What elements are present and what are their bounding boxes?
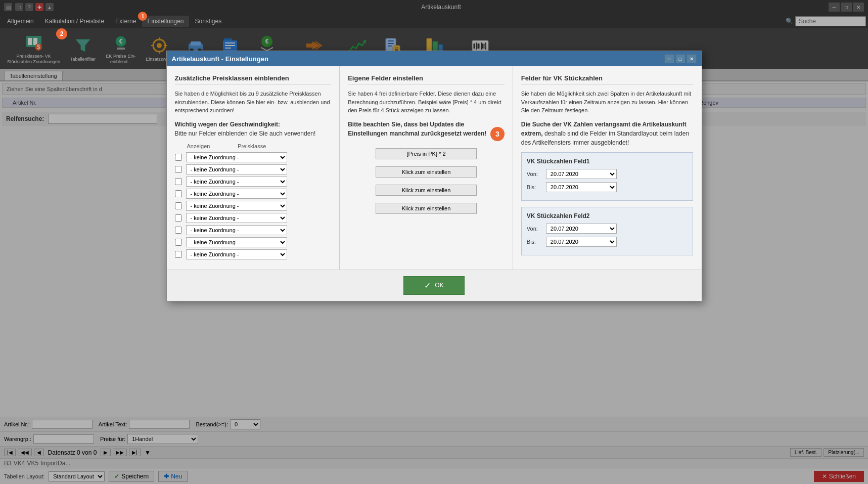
price-checkbox-6[interactable] <box>175 227 182 234</box>
price-row-8: - keine Zuordnung - <box>175 249 332 259</box>
section-text-vk-1: Sie haben die Möglichkeit sich zwei Spal… <box>521 90 694 115</box>
price-row-5: - keine Zuordnung - <box>175 213 332 223</box>
field-btn-1[interactable]: Klick zum einstellen <box>376 166 477 178</box>
price-row-7: - keine Zuordnung - <box>175 237 332 247</box>
vk-feld1-von-row: Von: 20.07.2020 <box>527 169 688 179</box>
price-select-3[interactable]: - keine Zuordnung - <box>186 189 287 199</box>
modal-section-preisklassen: Zusätzliche Preisklassen einblenden Sie … <box>167 66 340 270</box>
price-checkbox-7[interactable] <box>175 239 182 246</box>
vk-feld1-bis-select[interactable]: 20.07.2020 <box>546 182 617 192</box>
vk-feld2-bis-row: Bis: 20.07.2020 <box>527 237 688 247</box>
price-select-8[interactable]: - keine Zuordnung - <box>186 249 287 259</box>
vk-feld1-bis-row: Bis: 20.07.2020 <box>527 182 688 192</box>
badge-3: 3 <box>490 127 505 141</box>
price-checkbox-8[interactable] <box>175 251 182 258</box>
section-text-eigene-2: Bitte beachten Sie, dass bei Updates die… <box>348 120 505 138</box>
price-row-6: - keine Zuordnung - <box>175 225 332 235</box>
settings-modal: Artikelauskunft - Einstellungen ─ □ ✕ Zu… <box>166 51 702 301</box>
vk-feld2-bis-select[interactable]: 20.07.2020 <box>546 237 617 247</box>
price-checkbox-2[interactable] <box>175 178 182 185</box>
header-anzeigen: Anzeigen <box>187 143 234 149</box>
modal-section-vk-stueck: Felder für VK Stückzahlen Sie haben die … <box>513 66 702 270</box>
section-title-preisklassen: Zusätzliche Preisklassen einblenden <box>175 74 332 84</box>
field-btn-3[interactable]: Klick zum einstellen <box>376 203 477 214</box>
ok-label: OK <box>435 282 443 289</box>
field-btn-0[interactable]: [Preis in PK] * 2 <box>376 148 477 159</box>
section-title-eigene-felder: Eigene Felder einstellen <box>348 74 505 84</box>
section-text-vk-2: Die Suche der VK Zahlen verlangsamt die … <box>521 120 694 147</box>
price-class-headers: Anzeigen Preisklasse <box>175 143 332 149</box>
section-title-vk: Felder für VK Stückzahlen <box>521 74 694 84</box>
modal-close[interactable]: ✕ <box>687 54 697 63</box>
modal-controls: ─ □ ✕ <box>664 54 697 63</box>
vk-feld1-von-label: Von: <box>527 171 542 177</box>
price-select-7[interactable]: - keine Zuordnung - <box>186 237 287 247</box>
modal-minimize[interactable]: ─ <box>664 54 674 63</box>
field-buttons: [Preis in PK] * 2 Klick zum einstellen K… <box>348 148 505 217</box>
modal-overlay: Artikelauskunft - Einstellungen ─ □ ✕ Zu… <box>0 0 868 484</box>
price-select-1[interactable]: - keine Zuordnung - <box>186 164 287 174</box>
price-select-2[interactable]: - keine Zuordnung - <box>186 177 287 187</box>
price-row-3: - keine Zuordnung - <box>175 189 332 199</box>
vk-feld2-von-label: Von: <box>527 226 542 232</box>
field-btn-2[interactable]: Klick zum einstellen <box>376 185 477 196</box>
modal-footer: ✓ OK <box>167 270 702 301</box>
header-preisklasse: Preisklasse <box>238 143 331 149</box>
vk-feld2-bis-label: Bis: <box>527 239 542 245</box>
price-select-4[interactable]: - keine Zuordnung - <box>186 201 287 211</box>
section-text-eigene-1: Sie haben 4 frei definierbare Felder. Di… <box>348 90 505 115</box>
ok-button[interactable]: ✓ OK <box>403 276 464 295</box>
price-checkbox-1[interactable] <box>175 166 182 173</box>
vk-feld1-title: VK Stückzahlen Feld1 <box>527 158 688 165</box>
modal-section-eigene-felder: Eigene Felder einstellen Sie haben 4 fre… <box>340 66 513 270</box>
price-row-2: - keine Zuordnung - <box>175 177 332 187</box>
vk-feld2-von-row: Von: 20.07.2020 <box>527 224 688 234</box>
price-select-5[interactable]: - keine Zuordnung - <box>186 213 287 223</box>
price-row-1: - keine Zuordnung - <box>175 164 332 174</box>
section-text-preisklassen-2: Wichtig wegen der Geschwindigkeit: Bitte… <box>175 120 332 138</box>
modal-maximize[interactable]: □ <box>675 54 686 63</box>
modal-title-bar: Artikelauskunft - Einstellungen ─ □ ✕ <box>167 51 702 66</box>
price-checkbox-3[interactable] <box>175 190 182 197</box>
price-row-0: - keine Zuordnung - <box>175 152 332 162</box>
price-row-4: - keine Zuordnung - <box>175 201 332 211</box>
price-class-rows: - keine Zuordnung - - keine Zuordnung - … <box>175 152 332 259</box>
price-checkbox-5[interactable] <box>175 214 182 222</box>
vk-feld2-von-select[interactable]: 20.07.2020 <box>546 224 617 234</box>
ok-checkmark-icon: ✓ <box>424 281 431 290</box>
vk-feld1: VK Stückzahlen Feld1 Von: 20.07.2020 Bis… <box>521 152 694 201</box>
price-checkbox-0[interactable] <box>175 154 182 161</box>
price-select-0[interactable]: - keine Zuordnung - <box>186 152 287 162</box>
price-checkbox-4[interactable] <box>175 202 182 209</box>
vk-feld2-title: VK Stückzahlen Feld2 <box>527 212 688 219</box>
price-select-6[interactable]: - keine Zuordnung - <box>186 225 287 235</box>
modal-title: Artikelauskunft - Einstellungen <box>172 55 268 63</box>
vk-feld1-bis-label: Bis: <box>527 184 542 190</box>
modal-body: Zusätzliche Preisklassen einblenden Sie … <box>167 66 702 270</box>
vk-feld1-von-select[interactable]: 20.07.2020 <box>546 169 617 179</box>
section-text-preisklassen-1: Sie haben die Möglichkeit bis zu 9 zusät… <box>175 90 332 115</box>
vk-feld2: VK Stückzahlen Feld2 Von: 20.07.2020 Bis… <box>521 207 694 255</box>
